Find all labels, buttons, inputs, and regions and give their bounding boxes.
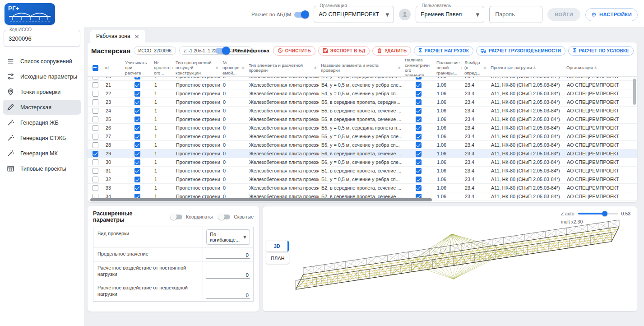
column-header-use[interactable]: Учитывать при расчете [123,59,152,76]
row-use-checkbox[interactable] [134,116,140,122]
row-select-checkbox[interactable] [93,82,98,88]
row-select-checkbox[interactable] [93,108,98,114]
row-use-checkbox[interactable] [134,125,140,131]
row-symmetric-checkbox[interactable] [416,168,422,174]
row-select-checkbox[interactable] [93,116,98,122]
row-symmetric-checkbox[interactable] [416,116,422,122]
column-header-position[interactable]: Положение левой границы...▲ [434,59,462,76]
row-symmetric-checkbox[interactable] [416,99,422,105]
table-row[interactable]: 31 1 Пролетное строение 0 Железобетонная… [88,167,637,175]
bridge-3d-view[interactable] [269,214,630,306]
column-header-organization[interactable]: Организация▲ [564,59,637,76]
column-header-id[interactable]: id [103,59,123,76]
row-use-checkbox[interactable] [134,108,140,114]
calc-loads-button[interactable]: Σ РАСЧЕТ НАГРУЗОК [414,46,473,56]
organization-select[interactable]: Организация АО СПЕЦРЕМПРОЕКТ ▼ [314,6,394,23]
abdm-toggle[interactable] [294,12,309,18]
table-row[interactable]: 22 1 Пролетное строение 0 Железобетонная… [88,89,637,98]
sidebar-item-check-points[interactable]: Точки проверки [3,84,81,99]
tab-workzone[interactable]: Рабочая зона × [90,30,145,42]
view-plan-button[interactable]: ПЛАН [266,253,289,264]
isso-code-field[interactable]: Код ИССО [4,30,80,47]
row-select-checkbox[interactable] [93,77,98,79]
row-symmetric-checkbox[interactable] [416,82,422,88]
row-select-checkbox[interactable] [93,142,98,148]
column-header-loads[interactable]: Проектные нагрузки▲ [488,59,564,76]
table-row[interactable]: 29 1 Пролетное строение 0 Железобетонная… [88,149,637,158]
isso-code-input[interactable] [4,30,80,47]
row-select-checkbox[interactable] [93,91,98,97]
row-symmetric-checkbox[interactable] [416,142,422,148]
row-select-checkbox[interactable] [93,185,98,191]
clear-button[interactable]: ОЧИСТИТЬ [273,46,315,56]
table-row[interactable]: 25 1 Пролетное строение 0 Железобетонная… [88,115,637,124]
table-row[interactable]: 21 1 Пролетное строение 0 Железобетонная… [88,81,637,89]
row-select-checkbox[interactable] [93,168,98,174]
column-header-structure[interactable]: Тип проверяемой несущей конструкции▲ [173,59,220,76]
select-all-checkbox[interactable] [93,65,98,71]
sidebar-item-workshop[interactable]: Мастерская [3,100,81,115]
row-use-checkbox[interactable] [134,142,140,148]
row-symmetric-checkbox[interactable] [416,159,422,165]
decode-toggle[interactable] [215,48,230,54]
row-symmetric-checkbox[interactable] [416,91,422,97]
column-header-element-name[interactable]: Название элемента и места проверки▲ [319,59,403,76]
row-select-checkbox[interactable] [93,99,98,105]
row-symmetric-checkbox[interactable] [416,125,422,131]
limit-value-input[interactable]: 0 [206,252,250,259]
row-select-checkbox[interactable] [93,159,98,165]
calc-condition-button[interactable]: Σ РАСЧЕТ ПО УСЛОВКЕ [568,46,634,56]
row-symmetric-checkbox[interactable] [416,77,422,79]
row-select-checkbox[interactable] [93,151,98,157]
table-row[interactable]: 24 1 Пролетное строение 0 Железобетонная… [88,107,637,115]
vertical-scrollbar[interactable] [633,79,636,105]
coords-toggle[interactable] [171,214,182,219]
sidebar-item-generation-stzhb[interactable]: Генерация СТЖБ [3,130,81,145]
row-symmetric-checkbox[interactable] [416,177,422,182]
table-row[interactable]: 30 1 Пролетное строение 0 Железобетонная… [88,158,637,167]
table-row[interactable]: 20 1 Пролетное строение 0 Железобетонная… [88,77,637,81]
table-row[interactable]: 23 1 Пролетное строение 0 Железобетонная… [88,98,637,107]
close-icon[interactable]: × [134,33,139,39]
hidden-toggle[interactable] [218,214,230,219]
password-field[interactable] [489,6,542,23]
row-use-checkbox[interactable] [134,159,140,165]
column-header-checknum[interactable]: № проверя емой...▲ [220,59,246,76]
pedestrian-load-input[interactable]: 0 [206,292,250,299]
row-use-checkbox[interactable] [134,185,140,191]
column-header-symmetric[interactable]: Наличие симметричн ого элемента [403,59,434,76]
check-type-select[interactable]: По изгибающе... ▼ [206,229,250,245]
row-use-checkbox[interactable] [134,168,140,174]
login-button[interactable]: ВОЙТИ [547,8,580,21]
row-select-checkbox[interactable] [93,134,98,140]
column-header-lambda[interactable]: Лямбда (к опред...▲ [462,59,488,76]
user-select[interactable]: Пользователь Еремеев Павел ▼ [416,6,484,23]
row-select-checkbox[interactable] [93,125,98,131]
column-header-span[interactable]: № пролетн ого...▲ [152,59,173,76]
export-db-button[interactable]: ЭКСПОРТ В БД [318,46,370,56]
row-use-checkbox[interactable] [134,82,140,88]
user-avatar-icon[interactable] [399,9,411,20]
table-row[interactable]: 26 1 Пролетное строение 0 Железобетонная… [88,124,637,132]
row-symmetric-checkbox[interactable] [416,134,422,140]
horizontal-scrollbar[interactable] [90,198,432,201]
select-all-checkbox-cell[interactable] [88,59,103,76]
view-3d-button[interactable]: 3D [266,241,289,251]
table-row[interactable]: 28 1 Пролетное строение 0 Железобетонная… [88,141,637,149]
sidebar-item-typical-projects[interactable]: Типовые проекты [3,161,81,176]
sidebar-item-source-params[interactable]: Исходные параметры [3,69,81,84]
row-use-checkbox[interactable] [134,177,140,182]
row-use-checkbox[interactable] [134,134,140,140]
row-symmetric-checkbox[interactable] [416,151,422,157]
column-header-element-type[interactable]: Тип элемента и расчетной проверки▲ [246,59,319,76]
row-use-checkbox[interactable] [134,77,140,79]
settings-button[interactable]: ⚙ НАСТРОЙКИ [585,8,638,21]
row-symmetric-checkbox[interactable] [416,108,422,114]
delete-button[interactable]: УДАЛИТЬ [372,46,411,56]
sidebar-item-generation-zhb[interactable]: Генерация ЖБ [3,115,81,130]
table-row[interactable]: 32 1 Пролетное строение 0 Железобетонная… [88,175,637,184]
password-input[interactable] [494,11,537,18]
row-use-checkbox[interactable] [134,91,140,97]
sidebar-item-generation-mk[interactable]: Генерация МК [3,146,81,161]
sidebar-item-structures-list[interactable]: Список сооружений [3,54,81,69]
